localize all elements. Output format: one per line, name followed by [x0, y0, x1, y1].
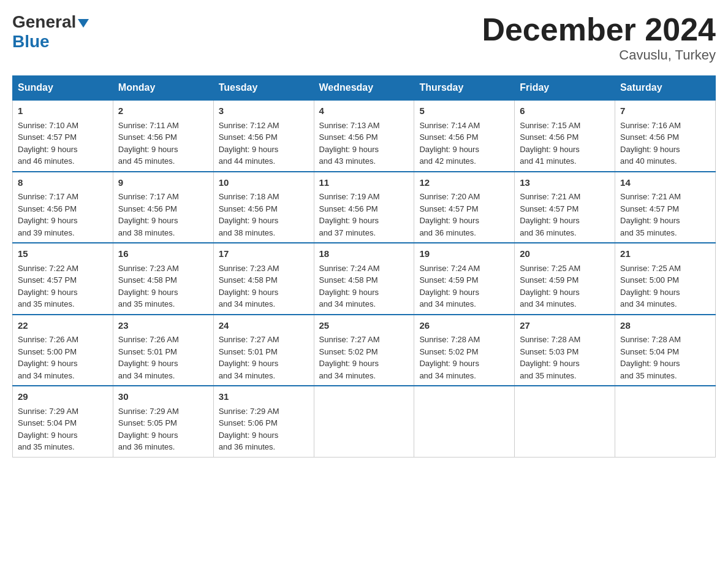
daylight-minutes-line: and 40 minutes.	[620, 156, 677, 166]
day-number: 18	[319, 247, 409, 261]
daylight-hours-line: Daylight: 9 hours	[520, 145, 580, 154]
daylight-hours-line: Daylight: 9 hours	[219, 431, 279, 440]
sunrise-line: Sunrise: 7:15 AM	[520, 121, 580, 130]
day-number: 13	[520, 176, 610, 190]
day-number: 27	[520, 319, 610, 333]
sunset-line: Sunset: 4:57 PM	[419, 204, 478, 213]
sunset-line: Sunset: 4:56 PM	[319, 204, 378, 213]
day-number: 29	[18, 390, 108, 404]
sunset-line: Sunset: 4:56 PM	[18, 204, 77, 213]
day-number: 3	[219, 104, 309, 118]
day-number: 6	[520, 104, 610, 118]
daylight-minutes-line: and 45 minutes.	[118, 156, 175, 166]
daylight-minutes-line: and 36 minutes.	[118, 442, 175, 451]
daylight-minutes-line: and 34 minutes.	[419, 371, 476, 380]
daylight-minutes-line: and 36 minutes.	[419, 228, 476, 237]
table-row	[515, 386, 615, 457]
sunrise-line: Sunrise: 7:13 AM	[319, 121, 380, 130]
sunrise-line: Sunrise: 7:22 AM	[18, 264, 78, 273]
daylight-minutes-line: and 34 minutes.	[118, 371, 175, 380]
sunrise-line: Sunrise: 7:11 AM	[118, 121, 179, 130]
daylight-hours-line: Daylight: 9 hours	[118, 431, 178, 440]
table-row: 9Sunrise: 7:17 AMSunset: 4:56 PMDaylight…	[113, 172, 213, 243]
sunset-line: Sunset: 4:56 PM	[620, 132, 679, 142]
sunset-line: Sunset: 4:59 PM	[419, 275, 478, 285]
daylight-minutes-line: and 44 minutes.	[219, 156, 276, 166]
day-number: 26	[419, 319, 509, 333]
day-number: 9	[118, 176, 208, 190]
sunrise-line: Sunrise: 7:24 AM	[319, 264, 380, 273]
day-number: 12	[419, 176, 509, 190]
day-number: 14	[620, 176, 710, 190]
page-header: General Blue December 2024 Cavuslu, Turk…	[12, 12, 716, 63]
daylight-minutes-line: and 35 minutes.	[18, 299, 75, 308]
logo-triangle-icon	[78, 19, 89, 28]
day-number: 8	[18, 176, 108, 190]
sunset-line: Sunset: 5:01 PM	[118, 347, 177, 356]
daylight-hours-line: Daylight: 9 hours	[419, 288, 479, 297]
daylight-minutes-line: and 36 minutes.	[219, 442, 276, 451]
sunrise-line: Sunrise: 7:12 AM	[219, 121, 279, 130]
day-number: 15	[18, 247, 108, 261]
daylight-minutes-line: and 35 minutes.	[620, 228, 677, 237]
table-row	[615, 386, 716, 457]
day-number: 28	[620, 319, 710, 333]
month-title: December 2024	[482, 12, 716, 47]
day-number: 24	[219, 319, 309, 333]
day-number: 10	[219, 176, 309, 190]
sunrise-line: Sunrise: 7:20 AM	[419, 192, 480, 201]
day-number: 22	[18, 319, 108, 333]
sunset-line: Sunset: 4:57 PM	[620, 204, 679, 213]
table-row: 31Sunrise: 7:29 AMSunset: 5:06 PMDayligh…	[213, 386, 314, 457]
daylight-hours-line: Daylight: 9 hours	[620, 359, 680, 368]
table-row: 25Sunrise: 7:27 AMSunset: 5:02 PMDayligh…	[314, 315, 414, 386]
calendar-week-row: 29Sunrise: 7:29 AMSunset: 5:04 PMDayligh…	[13, 386, 716, 457]
daylight-minutes-line: and 35 minutes.	[118, 299, 175, 308]
sunrise-line: Sunrise: 7:17 AM	[118, 192, 179, 201]
table-row	[314, 386, 414, 457]
daylight-minutes-line: and 38 minutes.	[118, 228, 175, 237]
table-row: 21Sunrise: 7:25 AMSunset: 5:00 PMDayligh…	[615, 243, 716, 315]
sunset-line: Sunset: 4:56 PM	[118, 204, 177, 213]
sunrise-line: Sunrise: 7:29 AM	[118, 407, 179, 416]
sunset-line: Sunset: 4:57 PM	[18, 132, 77, 142]
daylight-hours-line: Daylight: 9 hours	[118, 216, 178, 225]
sunrise-line: Sunrise: 7:14 AM	[419, 121, 480, 130]
daylight-minutes-line: and 35 minutes.	[520, 371, 577, 380]
daylight-hours-line: Daylight: 9 hours	[319, 216, 379, 225]
sunset-line: Sunset: 4:56 PM	[419, 132, 478, 142]
table-row: 30Sunrise: 7:29 AMSunset: 5:05 PMDayligh…	[113, 386, 213, 457]
sunset-line: Sunset: 5:00 PM	[18, 347, 77, 356]
table-row: 20Sunrise: 7:25 AMSunset: 4:59 PMDayligh…	[515, 243, 615, 315]
table-row: 23Sunrise: 7:26 AMSunset: 5:01 PMDayligh…	[113, 315, 213, 386]
logo-general-text: General	[12, 12, 76, 32]
day-number: 25	[319, 319, 409, 333]
daylight-hours-line: Daylight: 9 hours	[219, 359, 279, 368]
sunrise-line: Sunrise: 7:25 AM	[520, 264, 580, 273]
daylight-hours-line: Daylight: 9 hours	[319, 359, 379, 368]
calendar-table: Sunday Monday Tuesday Wednesday Thursday…	[12, 75, 716, 458]
table-row: 7Sunrise: 7:16 AMSunset: 4:56 PMDaylight…	[615, 100, 716, 172]
location: Cavuslu, Turkey	[482, 47, 716, 63]
sunrise-line: Sunrise: 7:21 AM	[620, 192, 681, 201]
daylight-hours-line: Daylight: 9 hours	[18, 145, 78, 154]
table-row: 5Sunrise: 7:14 AMSunset: 4:56 PMDaylight…	[414, 100, 515, 172]
sunrise-line: Sunrise: 7:27 AM	[319, 335, 380, 344]
sunset-line: Sunset: 5:05 PM	[118, 418, 177, 427]
sunrise-line: Sunrise: 7:28 AM	[419, 335, 480, 344]
daylight-minutes-line: and 43 minutes.	[319, 156, 376, 166]
daylight-minutes-line: and 34 minutes.	[219, 299, 276, 308]
sunset-line: Sunset: 4:57 PM	[18, 275, 77, 285]
sunset-line: Sunset: 4:56 PM	[319, 132, 378, 142]
sunset-line: Sunset: 5:06 PM	[219, 418, 278, 427]
daylight-minutes-line: and 46 minutes.	[18, 156, 75, 166]
col-monday: Monday	[113, 76, 213, 101]
table-row: 22Sunrise: 7:26 AMSunset: 5:00 PMDayligh…	[13, 315, 113, 386]
table-row: 28Sunrise: 7:28 AMSunset: 5:04 PMDayligh…	[615, 315, 716, 386]
table-row: 19Sunrise: 7:24 AMSunset: 4:59 PMDayligh…	[414, 243, 515, 315]
day-number: 4	[319, 104, 409, 118]
daylight-minutes-line: and 38 minutes.	[219, 228, 276, 237]
sunset-line: Sunset: 4:56 PM	[520, 132, 578, 142]
daylight-minutes-line: and 34 minutes.	[319, 299, 376, 308]
col-friday: Friday	[515, 76, 615, 101]
